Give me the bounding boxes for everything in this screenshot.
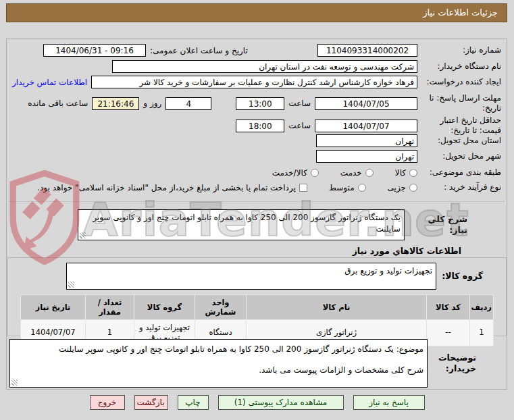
validity-hour-label: ساعت <box>288 121 311 130</box>
countdown-timer: 21:16:46 <box>92 97 139 110</box>
table-header-cell: تاریخ نیاز <box>21 295 86 320</box>
buyer-org-label: نام دستگاه خریدار: <box>421 61 501 72</box>
province-label: استان محل تحویل: <box>421 136 501 146</box>
resize-handle-icon[interactable] <box>11 379 18 386</box>
remaining-days-field: 4 <box>165 97 211 110</box>
table-header-cell: ردیف <box>470 295 494 320</box>
goods-group-label: گروه کالا: <box>442 271 483 282</box>
announce-datetime-field[interactable]: 1404/06/31 - 09:16 <box>43 44 146 57</box>
creator-field[interactable]: فرهاد خوازه کارشناس ارشد کنترل نظارت و ع… <box>91 76 417 88</box>
city-row: شهر محل تحویل: تهران <box>12 150 501 163</box>
radio-icon[interactable] <box>409 169 417 177</box>
announce-label: تاریخ و ساعت اعلان عمومی: <box>150 46 248 55</box>
creator-row: ایجاد کننده درخواست: فرهاد خوازه کارشناس… <box>12 76 501 88</box>
exit-button[interactable]: خروج <box>90 395 125 410</box>
process-type-row: نوع فرآیند خرید : جزیی متوسط پرداخت تمام… <box>12 182 501 192</box>
buyer-org-row: نام دستگاه خریدار: شرکت مهندسی و توسعه ن… <box>12 60 501 73</box>
tender-details-page: { "header": { "title": "جزئیات اطلاعات ن… <box>0 0 514 420</box>
classification-option-service[interactable]: خدمت <box>340 168 374 178</box>
validity-label: حداقل تاریخ اعتبار قیمت: تا تاریخ: <box>421 115 501 136</box>
section-divider <box>8 201 505 202</box>
need-number-row: شماره نیاز: 1104093314000202 تاریخ و ساع… <box>12 44 501 57</box>
deadline-date-field[interactable]: 1404/07/05 <box>315 97 417 110</box>
goods-table-head-row: ردیفکد کالانام کالاواحد شمارشگروه کالاتع… <box>21 295 494 320</box>
province-row: استان محل تحویل: تهران <box>12 134 501 147</box>
deadline-time-field[interactable]: 13:00 <box>236 97 284 110</box>
buyer-org-field[interactable]: شرکت مهندسی و توسعه نفت در استان تهران <box>112 60 417 73</box>
print-button[interactable]: چاپ <box>178 395 209 410</box>
buyer-notes-textarea[interactable]: موضوع: یک دستگاه ژنراتور گازسوز 200 الی … <box>9 339 428 388</box>
process-option-medium[interactable]: متوسط <box>329 183 366 192</box>
radio-label: کالا/خدمت <box>272 168 307 178</box>
goods-group-text: تجهیزات تولید و توزیع برق <box>344 266 432 275</box>
radio-icon[interactable] <box>358 184 366 192</box>
need-description-label: شرح کلي نیاز: <box>410 214 467 236</box>
creator-label: ایجاد کننده درخواست: <box>421 77 501 87</box>
validity-time-field[interactable]: 18:00 <box>236 120 284 132</box>
checkbox-icon[interactable] <box>299 184 307 192</box>
radio-label: جزیی <box>388 183 406 192</box>
goods-section-box: گروه کالا: تجهیزات تولید و توزیع برق ردی… <box>7 257 507 336</box>
classification-option-goods-service[interactable]: کالا/خدمت <box>272 168 319 178</box>
city-field[interactable]: تهران <box>316 150 417 163</box>
table-header-cell: تعداد / مقدار <box>86 295 134 320</box>
need-description-text: یک دستگاه ژنراتور گازسوز 200 الی 250 کاو… <box>93 213 401 234</box>
classification-row: طبقه بندی موضوعی: کالا خدمت کالا/خدمت <box>12 167 501 178</box>
classification-option-goods[interactable]: کالا <box>395 168 417 178</box>
city-label: شهر محل تحویل: <box>421 151 501 161</box>
radio-icon[interactable] <box>365 169 374 177</box>
classification-label: طبقه بندی موضوعی: <box>421 167 501 178</box>
table-header-cell: نام کالا <box>247 295 427 320</box>
response-deadline-row: مهلت ارسال پاسخ: تا تاریخ: 1404/07/05 سا… <box>12 93 501 114</box>
radio-label: متوسط <box>329 183 355 192</box>
respond-to-need-button[interactable]: پاسخ به نیاز <box>353 395 425 410</box>
need-description-textarea[interactable]: یک دستگاه ژنراتور گازسوز 200 الی 250 کاو… <box>78 209 405 240</box>
days-and-label: روز و <box>143 99 161 108</box>
goods-section-title: اطلاعات کالاهاي مورد نیاز <box>353 246 461 256</box>
buyer-contact-link[interactable]: اطلاعات تماس خریدار <box>12 78 87 87</box>
table-header-cell: واحد شمارش <box>195 295 247 320</box>
page-title: جزئیات اطلاعات نیاز <box>6 3 507 22</box>
resize-handle-icon[interactable] <box>68 282 74 288</box>
view-attachments-button[interactable]: مشاهده مدارک پیوستی (1) <box>218 395 344 410</box>
validity-date-field[interactable]: 1404/07/07 <box>315 120 417 132</box>
deadline-hour-label: ساعت <box>288 99 311 108</box>
radio-icon[interactable] <box>409 184 417 192</box>
back-button[interactable]: بازگشت <box>134 395 168 410</box>
buyer-notes-line: موضوع: یک دستگاه ژنراتور گازسوز 200 الی … <box>14 344 423 355</box>
radio-icon[interactable] <box>311 169 319 177</box>
buyer-notes-row: توضیحات خریدار: موضوع: یک دستگاه ژنراتور… <box>9 339 476 388</box>
deadline-label: مهلت ارسال پاسخ: تا تاریخ: <box>421 93 501 114</box>
treasury-note: پرداخت تمام یا بخشی از مبلغ خرید،از محل … <box>37 183 296 192</box>
need-number-field[interactable]: 1104093314000202 <box>317 44 417 57</box>
table-header-cell: گروه کالا <box>134 295 195 320</box>
goods-group-textarea[interactable]: تجهیزات تولید و توزیع برق <box>66 263 436 290</box>
countdown-label: ساعت باقی مانده <box>28 99 88 108</box>
price-validity-row: حداقل تاریخ اعتبار قیمت: تا تاریخ: 1404/… <box>12 115 501 136</box>
footer-buttons: پاسخ به نیاز مشاهده مدارک پیوستی (1) چاپ… <box>0 395 514 410</box>
need-description-row: شرح کلي نیاز: یک دستگاه ژنراتور گازسوز 2… <box>78 209 467 240</box>
goods-group-row: گروه کالا: تجهیزات تولید و توزیع برق <box>66 263 483 290</box>
need-number-label: شماره نیاز: <box>421 45 501 55</box>
radio-label: خدمت <box>340 168 362 178</box>
table-header-cell: کد کالا <box>427 295 470 320</box>
buyer-notes-line: شرح کلی مشخصات و الزامات پیوست می باشد. <box>14 365 423 376</box>
radio-label: کالا <box>395 168 406 178</box>
resize-handle-icon[interactable] <box>80 232 86 238</box>
buyer-notes-label: توضیحات خریدار: <box>433 352 476 375</box>
process-type-label: نوع فرآیند خرید : <box>421 182 501 192</box>
province-field[interactable]: تهران <box>316 134 417 147</box>
treasury-checkbox-item[interactable]: پرداخت تمام یا بخشی از مبلغ خرید،از محل … <box>37 183 307 192</box>
process-option-partial[interactable]: جزیی <box>388 183 417 192</box>
